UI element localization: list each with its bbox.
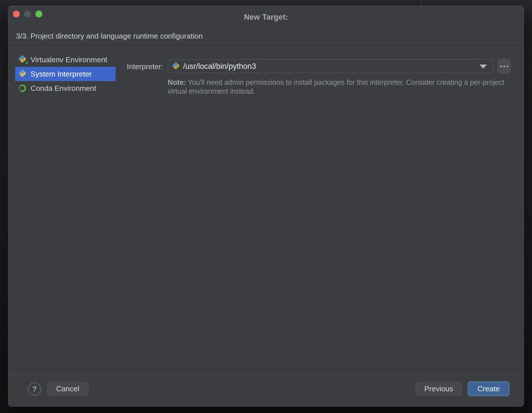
list-item-label: Conda Environment (31, 84, 96, 93)
question-mark-icon: ? (32, 385, 37, 394)
interpreter-note: Note: You'll need admin permissions to i… (168, 78, 505, 96)
chevron-down-icon (479, 65, 487, 69)
list-item-conda-environment[interactable]: Conda Environment (15, 81, 116, 95)
list-item-label: Virtualenv Environment (31, 55, 107, 64)
browse-button[interactable] (497, 59, 511, 73)
ellipsis-icon (503, 66, 505, 67)
step-header: 3/3. Project directory and language runt… (16, 32, 516, 41)
virtualenv-badge: v (25, 60, 28, 66)
python-virtualenv-icon: v (18, 55, 27, 64)
create-button[interactable]: Create (469, 382, 509, 395)
note-line-1: Note: You'll need admin permissions to i… (168, 78, 505, 87)
header-separator (8, 45, 524, 45)
note-label: Note: (168, 78, 186, 86)
ellipsis-icon (507, 66, 508, 67)
help-button[interactable]: ? (28, 382, 41, 396)
dialog-title: New Target: (8, 13, 524, 22)
environment-type-list: v Virtualenv Environment System Interpre… (15, 53, 116, 95)
background-window-divider (421, 0, 421, 5)
titlebar[interactable]: New Target: (8, 6, 524, 28)
new-target-dialog: New Target: 3/3. Project directory and l… (8, 6, 524, 407)
python-icon (172, 62, 180, 71)
footer-separator (8, 375, 524, 375)
previous-button[interactable]: Previous (416, 382, 462, 395)
cancel-button[interactable]: Cancel (47, 382, 88, 395)
ellipsis-icon (500, 66, 502, 67)
interpreter-combobox[interactable]: /usr/local/bin/python3 (168, 59, 493, 73)
list-item-label: System Interpreter (31, 70, 92, 79)
conda-icon (18, 84, 27, 93)
list-item-virtualenv-environment[interactable]: v Virtualenv Environment (15, 53, 116, 67)
list-item-system-interpreter[interactable]: System Interpreter (15, 67, 116, 81)
interpreter-value: /usr/local/bin/python3 (183, 62, 256, 71)
python-icon (18, 70, 27, 78)
interpreter-label: Interpreter: (108, 62, 163, 71)
note-line-2: virtual environment instead. (168, 87, 505, 96)
